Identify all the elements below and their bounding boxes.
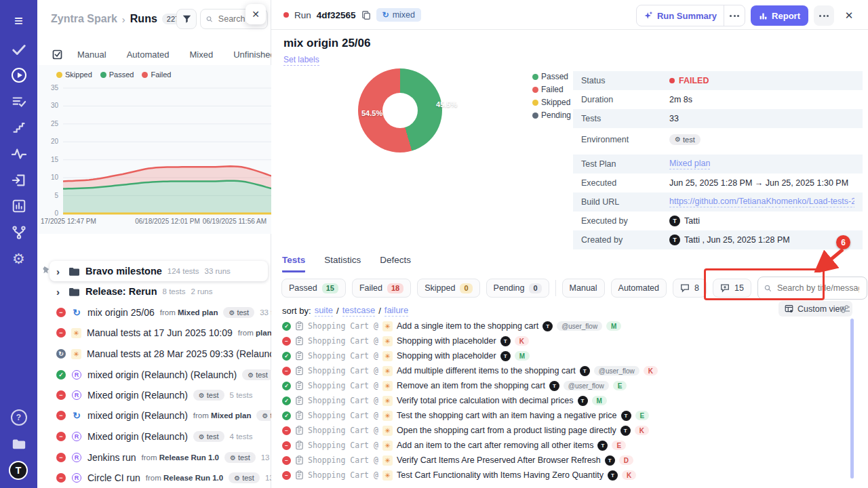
- bar-chart-icon[interactable]: [0, 197, 37, 215]
- tab-statistics[interactable]: Statistics: [324, 255, 361, 272]
- test-title[interactable]: Remove an item from the shopping cart: [397, 381, 545, 390]
- user-avatar: T: [549, 381, 559, 391]
- folder-icon[interactable]: [0, 435, 37, 453]
- test-row[interactable]: ✓ Shopping Cart @first… ✳ Remove an item…: [282, 378, 859, 393]
- test-row[interactable]: ✓ Shopping Cart @first… ✳ Verify total p…: [282, 393, 859, 408]
- run-row[interactable]: − R Jenkins run from Release Run 1.0 ⚙te…: [37, 447, 271, 468]
- tab-manual[interactable]: Manual: [77, 49, 106, 60]
- filter-pending[interactable]: Pending0: [486, 279, 549, 298]
- set-labels-link[interactable]: Set labels: [283, 55, 319, 66]
- tests-search-input[interactable]: [757, 277, 867, 300]
- test-row[interactable]: ✓ Shopping Cart @first… ✳ Add a single i…: [282, 319, 859, 333]
- test-suite: Shopping Cart @first…: [308, 366, 378, 375]
- list-check-icon[interactable]: [0, 93, 37, 110]
- sort-suite-link[interactable]: suite: [315, 305, 333, 317]
- run-title[interactable]: Jenkins run: [87, 452, 136, 463]
- automated-run-icon: R: [72, 390, 81, 400]
- filter-skipped[interactable]: Skipped0: [417, 279, 479, 298]
- test-title[interactable]: Shopping with placeholder: [397, 351, 496, 361]
- breadcrumb-app[interactable]: Zyntra Spark: [51, 13, 117, 25]
- gear-icon[interactable]: ⚙: [0, 250, 37, 268]
- run-row[interactable]: − ↻ mixed origin (Relaunch) from Mixed p…: [37, 405, 271, 426]
- test-title[interactable]: Verify total price calculation with deci…: [397, 396, 574, 405]
- test-plan-link[interactable]: Mixed plan: [669, 159, 710, 169]
- tab-mixed[interactable]: Mixed: [190, 49, 214, 60]
- run-title[interactable]: Mixed origin (Relaunch): [87, 431, 188, 442]
- relaunch-status-icon: ↻: [56, 349, 66, 359]
- run-row[interactable]: − R Mixed origin (Relaunch) ⚙test 4 test…: [37, 426, 271, 447]
- test-title[interactable]: Add a single item to the shopping cart: [397, 321, 538, 331]
- close-panel-button[interactable]: ✕: [245, 4, 266, 24]
- test-title[interactable]: Open the shopping cart from a product li…: [397, 426, 616, 435]
- run-summary-more-button[interactable]: [724, 5, 745, 26]
- tag-pill: E: [635, 411, 650, 420]
- tab-unfinished[interactable]: Unfinished: [233, 49, 275, 60]
- tab-tests[interactable]: Tests: [282, 255, 305, 272]
- close-run-button[interactable]: ✕: [840, 5, 859, 26]
- comment-icon: [680, 283, 690, 293]
- test-row[interactable]: − Shopping Cart @first… ✳ Open the shopp…: [282, 423, 859, 438]
- select-runs-icon[interactable]: [52, 49, 63, 60]
- filter-button[interactable]: [176, 9, 197, 29]
- test-title[interactable]: Test Cart Functionality with Items Havin…: [397, 470, 604, 480]
- test-title[interactable]: Test the shopping cart with an item havi…: [397, 411, 617, 420]
- run-row[interactable]: − ↻ mix origin 25/06 from Mixed plan ⚙te…: [37, 302, 271, 323]
- play-circle-icon[interactable]: [0, 66, 37, 84]
- run-title[interactable]: Circle CI run: [87, 472, 140, 483]
- run-title[interactable]: mix origin 25/06: [87, 307, 155, 318]
- sort-testcase-link[interactable]: testcase: [342, 305, 375, 317]
- test-title[interactable]: Verify Cart Items Are Preserved After Br…: [397, 455, 601, 465]
- test-row[interactable]: − Shopping Cart @first… ✳ Add an item to…: [282, 438, 859, 453]
- activity-icon[interactable]: [0, 145, 37, 163]
- scrollbar-thumb[interactable]: [850, 319, 854, 479]
- run-title[interactable]: mixed origin (Relaunch) (Relaunch): [87, 369, 237, 380]
- copy-icon[interactable]: [361, 10, 371, 20]
- tab-automated[interactable]: Automated: [127, 49, 170, 60]
- run-title[interactable]: Manual tests at 28 Mar 2025 09:33 (Relau…: [87, 348, 271, 359]
- run-title[interactable]: mixed origin (Relaunch): [87, 410, 188, 421]
- help-icon[interactable]: ?: [0, 409, 37, 426]
- run-row[interactable]: − R Circle CI run from Release Run 1.0 ⚙…: [37, 468, 271, 488]
- build-url-link[interactable]: https://github.com/TetianaKhomenko/Load-…: [669, 197, 854, 207]
- run-title[interactable]: Manual tests at 17 Jun 2025 10:09: [87, 327, 233, 338]
- view-settings-icon[interactable]: [840, 304, 850, 317]
- test-row[interactable]: − Shopping Cart @first… ✳ Add multiple d…: [282, 363, 859, 378]
- test-title[interactable]: Shopping with placeholder: [397, 336, 496, 346]
- sign-in-icon[interactable]: [0, 171, 37, 189]
- run-folder-row[interactable]: › Bravo milestone 124 tests 33 runs: [50, 261, 268, 281]
- test-row[interactable]: − Shopping Cart @first… ✳ Verify Cart It…: [282, 453, 859, 468]
- report-button[interactable]: Report: [751, 5, 808, 26]
- more-actions-button[interactable]: [814, 5, 834, 26]
- run-row[interactable]: ↻ ✳ Manual tests at 28 Mar 2025 09:33 (R…: [37, 344, 271, 364]
- filter-manual[interactable]: Manual: [562, 279, 605, 298]
- run-row[interactable]: − ✳ Manual tests at 17 Jun 2025 10:09 fr…: [37, 323, 271, 343]
- chevron-right-icon[interactable]: ›: [56, 266, 63, 277]
- run-row[interactable]: ✓ R mixed origin (Relaunch) (Relaunch) ⚙…: [37, 365, 271, 385]
- test-row[interactable]: ✓ Shopping Cart @first… ✳ Shopping with …: [282, 348, 859, 363]
- run-folder-row[interactable]: › Release: Rerun 8 tests 2 runs: [37, 281, 271, 302]
- steps-icon[interactable]: [0, 119, 37, 136]
- run-summary-button[interactable]: Run Summary: [636, 5, 745, 26]
- filter-failed[interactable]: Failed18: [352, 279, 411, 298]
- folder-title[interactable]: Release: Rerun: [85, 286, 157, 297]
- filter-comments[interactable]: 8: [673, 279, 707, 298]
- filter-passed[interactable]: Passed15: [281, 279, 346, 298]
- run-title[interactable]: Mixed origin (Relaunch): [87, 390, 188, 401]
- check-icon[interactable]: [0, 41, 37, 58]
- test-title[interactable]: Add an item to the cart after removing a…: [397, 441, 593, 450]
- user-avatar[interactable]: T: [9, 461, 28, 480]
- sort-failure-link[interactable]: failure: [384, 305, 408, 317]
- test-row[interactable]: − Shopping Cart @first… ✳ Shopping with …: [282, 333, 859, 348]
- chevron-right-icon[interactable]: ›: [56, 286, 63, 298]
- git-fork-icon[interactable]: [0, 224, 37, 241]
- test-row[interactable]: ✓ Shopping Cart @first… ✳ Test the shopp…: [282, 408, 859, 423]
- menu-icon[interactable]: ≡: [0, 12, 37, 30]
- filter-automated[interactable]: Automated: [611, 279, 667, 298]
- test-title[interactable]: Add multiple different items to the shop…: [397, 366, 576, 375]
- tab-defects[interactable]: Defects: [380, 255, 411, 272]
- tests-search-field[interactable]: [776, 283, 861, 293]
- test-row[interactable]: − Shopping Cart @first… ✳ Test Cart Func…: [282, 468, 859, 483]
- run-row[interactable]: − R Mixed origin (Relaunch) ⚙test 5 test…: [37, 385, 271, 405]
- folder-title[interactable]: Bravo milestone: [85, 266, 162, 277]
- filter-comments-new[interactable]: 15: [713, 279, 751, 298]
